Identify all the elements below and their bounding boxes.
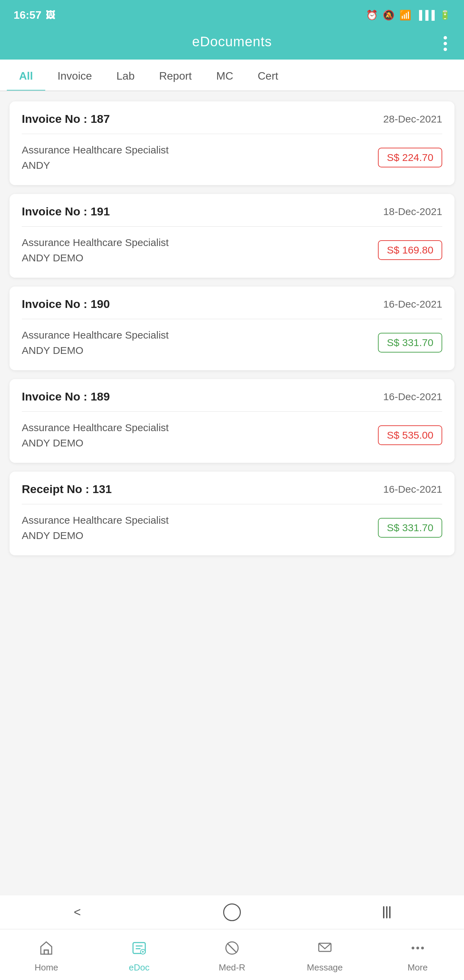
tab-cert[interactable]: Cert <box>245 60 290 91</box>
signal-icon: ▐▐▐ <box>416 10 435 21</box>
nav-label-message: Message <box>307 962 343 973</box>
card-provider-4: Assurance Healthcare Specialist <box>22 420 169 435</box>
amount-badge-1: S$ 224.70 <box>378 148 442 167</box>
card-date-4: 16-Dec-2021 <box>383 391 442 402</box>
nav-label-edoc: eDoc <box>129 962 150 973</box>
status-icons: ⏰ 🔕 📶 ▐▐▐ 🔋 <box>366 10 450 21</box>
recents-button[interactable] <box>373 902 400 923</box>
card-body-2: Assurance Healthcare Specialist ANDY DEM… <box>22 235 442 266</box>
document-list: Invoice No : 187 28-Dec-2021 Assurance H… <box>0 91 464 663</box>
card-provider-5: Assurance Healthcare Specialist <box>22 512 169 528</box>
document-card-1[interactable]: Invoice No : 187 28-Dec-2021 Assurance H… <box>10 102 454 185</box>
message-icon <box>317 940 333 959</box>
card-patient-2: ANDY DEMO <box>22 250 169 266</box>
wifi-icon: 📶 <box>399 10 411 21</box>
menu-dot-3 <box>443 48 447 51</box>
card-title-3: Invoice No : 190 <box>22 298 110 311</box>
card-info-2: Assurance Healthcare Specialist ANDY DEM… <box>22 235 169 266</box>
more-options-button[interactable] <box>440 33 450 54</box>
card-date-2: 18-Dec-2021 <box>383 206 442 218</box>
tab-lab[interactable]: Lab <box>104 60 146 91</box>
document-card-4[interactable]: Invoice No : 189 16-Dec-2021 Assurance H… <box>10 379 454 463</box>
card-divider-4 <box>22 411 442 412</box>
card-provider-2: Assurance Healthcare Specialist <box>22 235 169 250</box>
menu-dot-2 <box>443 42 447 45</box>
card-provider-3: Assurance Healthcare Specialist <box>22 327 169 343</box>
card-date-3: 16-Dec-2021 <box>383 298 442 310</box>
nav-item-more[interactable]: More <box>371 940 464 973</box>
back-button[interactable]: < <box>64 902 91 923</box>
nav-item-message[interactable]: Message <box>278 940 371 973</box>
amount-badge-4: S$ 535.00 <box>378 425 442 445</box>
amount-badge-3: S$ 331.70 <box>378 333 442 353</box>
card-patient-5: ANDY DEMO <box>22 528 169 543</box>
card-body-3: Assurance Healthcare Specialist ANDY DEM… <box>22 327 442 358</box>
nav-label-home: Home <box>35 962 58 973</box>
card-info-5: Assurance Healthcare Specialist ANDY DEM… <box>22 512 169 543</box>
card-info-3: Assurance Healthcare Specialist ANDY DEM… <box>22 327 169 358</box>
amount-badge-2: S$ 169.80 <box>378 240 442 260</box>
card-title-1: Invoice No : 187 <box>22 112 110 126</box>
status-time: 16:57 🖼 <box>14 9 55 21</box>
svg-point-11 <box>412 947 414 950</box>
system-nav-bar: < <box>0 895 464 929</box>
nav-label-medr: Med-R <box>219 962 245 973</box>
card-patient-4: ANDY DEMO <box>22 435 169 450</box>
card-divider-2 <box>22 226 442 227</box>
menu-dot-1 <box>443 36 447 40</box>
card-info-4: Assurance Healthcare Specialist ANDY DEM… <box>22 420 169 450</box>
bottom-nav-bar: Home eDoc Med-R <box>0 929 464 980</box>
document-card-3[interactable]: Invoice No : 190 16-Dec-2021 Assurance H… <box>10 286 454 370</box>
card-info-1: Assurance Healthcare Specialist ANDY <box>22 142 169 173</box>
nav-label-more: More <box>408 962 427 973</box>
card-header-1: Invoice No : 187 28-Dec-2021 <box>22 112 442 126</box>
tab-invoice[interactable]: Invoice <box>45 60 104 91</box>
app-title: eDocuments <box>192 34 272 49</box>
nav-item-medr[interactable]: Med-R <box>186 940 279 973</box>
card-date-5: 16-Dec-2021 <box>383 484 442 495</box>
card-title-5: Receipt No : 131 <box>22 482 112 496</box>
battery-icon: 🔋 <box>440 10 450 21</box>
mute-icon: 🔕 <box>383 10 395 21</box>
gallery-icon: 🖼 <box>46 10 55 21</box>
card-body-1: Assurance Healthcare Specialist ANDY S$ … <box>22 142 442 173</box>
card-title-4: Invoice No : 189 <box>22 390 110 403</box>
amount-badge-5: S$ 331.70 <box>378 518 442 538</box>
svg-rect-0 <box>44 950 48 954</box>
document-card-2[interactable]: Invoice No : 191 18-Dec-2021 Assurance H… <box>10 194 454 278</box>
time-display: 16:57 <box>14 9 41 21</box>
nav-item-edoc[interactable]: eDoc <box>93 940 186 973</box>
tab-bar: All Invoice Lab Report MC Cert <box>0 60 464 91</box>
card-divider-3 <box>22 319 442 319</box>
card-date-1: 28-Dec-2021 <box>383 113 442 125</box>
status-bar: 16:57 🖼 ⏰ 🔕 📶 ▐▐▐ 🔋 <box>0 0 464 27</box>
edoc-icon <box>131 940 147 959</box>
document-card-5[interactable]: Receipt No : 131 16-Dec-2021 Assurance H… <box>10 472 454 555</box>
svg-line-9 <box>229 945 235 951</box>
medr-icon <box>224 940 240 959</box>
card-body-5: Assurance Healthcare Specialist ANDY DEM… <box>22 512 442 543</box>
home-button[interactable] <box>218 902 246 923</box>
card-header-4: Invoice No : 189 16-Dec-2021 <box>22 390 442 403</box>
nav-item-home[interactable]: Home <box>0 940 93 973</box>
card-header-5: Receipt No : 131 16-Dec-2021 <box>22 482 442 496</box>
tab-report[interactable]: Report <box>147 60 204 91</box>
tab-mc[interactable]: MC <box>204 60 246 91</box>
bottom-spacer <box>10 564 454 653</box>
card-title-2: Invoice No : 191 <box>22 205 110 218</box>
card-divider-5 <box>22 504 442 504</box>
app-header: eDocuments <box>0 27 464 60</box>
card-patient-3: ANDY DEMO <box>22 343 169 358</box>
alarm-icon: ⏰ <box>366 10 378 21</box>
card-provider-1: Assurance Healthcare Specialist <box>22 142 169 158</box>
card-body-4: Assurance Healthcare Specialist ANDY DEM… <box>22 420 442 450</box>
card-patient-1: ANDY <box>22 158 169 173</box>
svg-point-12 <box>416 947 419 950</box>
home-icon <box>38 940 54 959</box>
card-header-2: Invoice No : 191 18-Dec-2021 <box>22 205 442 218</box>
more-icon <box>410 940 426 959</box>
card-header-3: Invoice No : 190 16-Dec-2021 <box>22 298 442 311</box>
svg-point-13 <box>421 947 424 950</box>
tab-all[interactable]: All <box>7 60 45 91</box>
